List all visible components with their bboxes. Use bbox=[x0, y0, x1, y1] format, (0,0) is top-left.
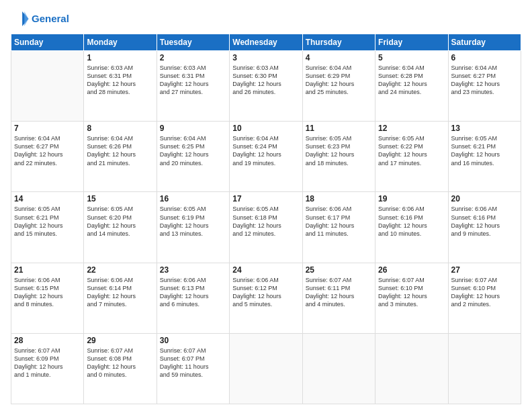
day-number: 29 bbox=[87, 336, 153, 345]
cell-info: Sunrise: 6:05 AM Sunset: 6:18 PM Dayligh… bbox=[232, 205, 299, 238]
day-cell: 24Sunrise: 6:06 AM Sunset: 6:12 PM Dayli… bbox=[230, 263, 302, 333]
day-number: 6 bbox=[451, 53, 518, 62]
day-cell: 3Sunrise: 6:03 AM Sunset: 6:30 PM Daylig… bbox=[230, 51, 302, 122]
cell-info: Sunrise: 6:07 AM Sunset: 6:07 PM Dayligh… bbox=[160, 347, 226, 379]
day-cell: 26Sunrise: 6:07 AM Sunset: 6:10 PM Dayli… bbox=[375, 263, 448, 333]
day-cell: 27Sunrise: 6:07 AM Sunset: 6:10 PM Dayli… bbox=[448, 263, 521, 333]
day-cell: 11Sunrise: 6:05 AM Sunset: 6:23 PM Dayli… bbox=[302, 122, 375, 192]
day-number: 7 bbox=[14, 124, 81, 133]
logo: General bbox=[11, 9, 69, 28]
day-cell: 25Sunrise: 6:07 AM Sunset: 6:11 PM Dayli… bbox=[302, 263, 375, 333]
day-number: 17 bbox=[232, 194, 299, 203]
day-cell bbox=[230, 333, 302, 404]
weekday-header-row: SundayMondayTuesdayWednesdayThursdayFrid… bbox=[11, 34, 521, 51]
logo-icon bbox=[11, 9, 30, 28]
day-number: 24 bbox=[232, 265, 299, 275]
cell-info: Sunrise: 6:05 AM Sunset: 6:21 PM Dayligh… bbox=[14, 205, 81, 238]
weekday-header-saturday: Saturday bbox=[448, 34, 521, 51]
cell-info: Sunrise: 6:06 AM Sunset: 6:13 PM Dayligh… bbox=[160, 276, 226, 309]
weekday-header-wednesday: Wednesday bbox=[230, 34, 302, 51]
day-cell bbox=[448, 333, 521, 404]
header: General bbox=[11, 9, 521, 28]
day-number: 18 bbox=[306, 194, 372, 203]
day-cell: 10Sunrise: 6:04 AM Sunset: 6:24 PM Dayli… bbox=[230, 122, 302, 192]
day-number: 25 bbox=[306, 265, 372, 275]
day-number: 26 bbox=[378, 265, 445, 275]
week-row-4: 21Sunrise: 6:06 AM Sunset: 6:15 PM Dayli… bbox=[11, 263, 521, 333]
cell-info: Sunrise: 6:07 AM Sunset: 6:10 PM Dayligh… bbox=[378, 276, 445, 309]
weekday-header-sunday: Sunday bbox=[11, 34, 84, 51]
cell-info: Sunrise: 6:03 AM Sunset: 6:31 PM Dayligh… bbox=[87, 64, 153, 97]
calendar-table: SundayMondayTuesdayWednesdayThursdayFrid… bbox=[11, 34, 521, 404]
day-cell: 9Sunrise: 6:04 AM Sunset: 6:25 PM Daylig… bbox=[157, 122, 229, 192]
logo-text: General bbox=[32, 13, 69, 25]
day-cell: 1Sunrise: 6:03 AM Sunset: 6:31 PM Daylig… bbox=[84, 51, 157, 122]
day-number: 27 bbox=[451, 265, 518, 275]
day-number: 11 bbox=[306, 124, 372, 133]
logo-line1: General bbox=[32, 13, 69, 24]
weekday-header-tuesday: Tuesday bbox=[157, 34, 229, 51]
cell-info: Sunrise: 6:06 AM Sunset: 6:12 PM Dayligh… bbox=[232, 276, 299, 309]
cell-info: Sunrise: 6:07 AM Sunset: 6:09 PM Dayligh… bbox=[14, 347, 81, 379]
weekday-header-thursday: Thursday bbox=[302, 34, 375, 51]
cell-info: Sunrise: 6:06 AM Sunset: 6:16 PM Dayligh… bbox=[378, 205, 445, 238]
cell-info: Sunrise: 6:04 AM Sunset: 6:28 PM Dayligh… bbox=[378, 64, 445, 97]
cell-info: Sunrise: 6:06 AM Sunset: 6:15 PM Dayligh… bbox=[14, 276, 81, 309]
svg-marker-1 bbox=[24, 11, 28, 26]
cell-info: Sunrise: 6:05 AM Sunset: 6:19 PM Dayligh… bbox=[160, 205, 226, 238]
day-number: 14 bbox=[14, 194, 81, 203]
day-cell bbox=[375, 333, 448, 404]
day-cell: 22Sunrise: 6:06 AM Sunset: 6:14 PM Dayli… bbox=[84, 263, 157, 333]
day-cell: 2Sunrise: 6:03 AM Sunset: 6:31 PM Daylig… bbox=[157, 51, 229, 122]
cell-info: Sunrise: 6:07 AM Sunset: 6:10 PM Dayligh… bbox=[451, 276, 518, 309]
cell-info: Sunrise: 6:05 AM Sunset: 6:22 PM Dayligh… bbox=[378, 134, 445, 167]
cell-info: Sunrise: 6:04 AM Sunset: 6:26 PM Dayligh… bbox=[87, 134, 153, 167]
cell-info: Sunrise: 6:07 AM Sunset: 6:11 PM Dayligh… bbox=[306, 276, 372, 309]
day-number: 21 bbox=[14, 265, 81, 275]
cell-info: Sunrise: 6:04 AM Sunset: 6:24 PM Dayligh… bbox=[232, 134, 299, 167]
day-cell: 18Sunrise: 6:06 AM Sunset: 6:17 PM Dayli… bbox=[302, 192, 375, 263]
cell-info: Sunrise: 6:04 AM Sunset: 6:29 PM Dayligh… bbox=[306, 64, 372, 97]
day-number: 3 bbox=[232, 53, 299, 62]
weekday-header-monday: Monday bbox=[84, 34, 157, 51]
day-cell: 7Sunrise: 6:04 AM Sunset: 6:27 PM Daylig… bbox=[11, 122, 84, 192]
cell-info: Sunrise: 6:06 AM Sunset: 6:16 PM Dayligh… bbox=[451, 205, 518, 238]
cell-info: Sunrise: 6:05 AM Sunset: 6:23 PM Dayligh… bbox=[306, 134, 372, 167]
day-number: 23 bbox=[160, 265, 226, 275]
day-number: 20 bbox=[451, 194, 518, 203]
day-number: 5 bbox=[378, 53, 445, 62]
day-cell: 28Sunrise: 6:07 AM Sunset: 6:09 PM Dayli… bbox=[11, 333, 84, 404]
day-number: 2 bbox=[160, 53, 226, 62]
day-cell: 12Sunrise: 6:05 AM Sunset: 6:22 PM Dayli… bbox=[375, 122, 448, 192]
day-cell: 14Sunrise: 6:05 AM Sunset: 6:21 PM Dayli… bbox=[11, 192, 84, 263]
day-number: 4 bbox=[306, 53, 372, 62]
cell-info: Sunrise: 6:03 AM Sunset: 6:31 PM Dayligh… bbox=[160, 64, 226, 97]
weekday-header-friday: Friday bbox=[375, 34, 448, 51]
day-number: 1 bbox=[87, 53, 153, 62]
day-cell: 8Sunrise: 6:04 AM Sunset: 6:26 PM Daylig… bbox=[84, 122, 157, 192]
day-number: 15 bbox=[87, 194, 153, 203]
page: General SundayMondayTuesdayWednesdayThur… bbox=[0, 0, 532, 411]
day-number: 8 bbox=[87, 124, 153, 133]
week-row-3: 14Sunrise: 6:05 AM Sunset: 6:21 PM Dayli… bbox=[11, 192, 521, 263]
day-cell bbox=[11, 51, 84, 122]
cell-info: Sunrise: 6:07 AM Sunset: 6:08 PM Dayligh… bbox=[87, 347, 153, 379]
day-cell: 17Sunrise: 6:05 AM Sunset: 6:18 PM Dayli… bbox=[230, 192, 302, 263]
day-number: 22 bbox=[87, 265, 153, 275]
day-cell bbox=[302, 333, 375, 404]
cell-info: Sunrise: 6:05 AM Sunset: 6:20 PM Dayligh… bbox=[87, 205, 153, 238]
cell-info: Sunrise: 6:06 AM Sunset: 6:14 PM Dayligh… bbox=[87, 276, 153, 309]
day-number: 9 bbox=[160, 124, 226, 133]
day-number: 10 bbox=[232, 124, 299, 133]
day-cell: 30Sunrise: 6:07 AM Sunset: 6:07 PM Dayli… bbox=[157, 333, 229, 404]
day-number: 16 bbox=[160, 194, 226, 203]
day-cell: 5Sunrise: 6:04 AM Sunset: 6:28 PM Daylig… bbox=[375, 51, 448, 122]
day-cell: 19Sunrise: 6:06 AM Sunset: 6:16 PM Dayli… bbox=[375, 192, 448, 263]
day-cell: 4Sunrise: 6:04 AM Sunset: 6:29 PM Daylig… bbox=[302, 51, 375, 122]
day-cell: 29Sunrise: 6:07 AM Sunset: 6:08 PM Dayli… bbox=[84, 333, 157, 404]
week-row-5: 28Sunrise: 6:07 AM Sunset: 6:09 PM Dayli… bbox=[11, 333, 521, 404]
cell-info: Sunrise: 6:03 AM Sunset: 6:30 PM Dayligh… bbox=[232, 64, 299, 97]
day-number: 12 bbox=[378, 124, 445, 133]
day-number: 13 bbox=[451, 124, 518, 133]
day-cell: 13Sunrise: 6:05 AM Sunset: 6:21 PM Dayli… bbox=[448, 122, 521, 192]
